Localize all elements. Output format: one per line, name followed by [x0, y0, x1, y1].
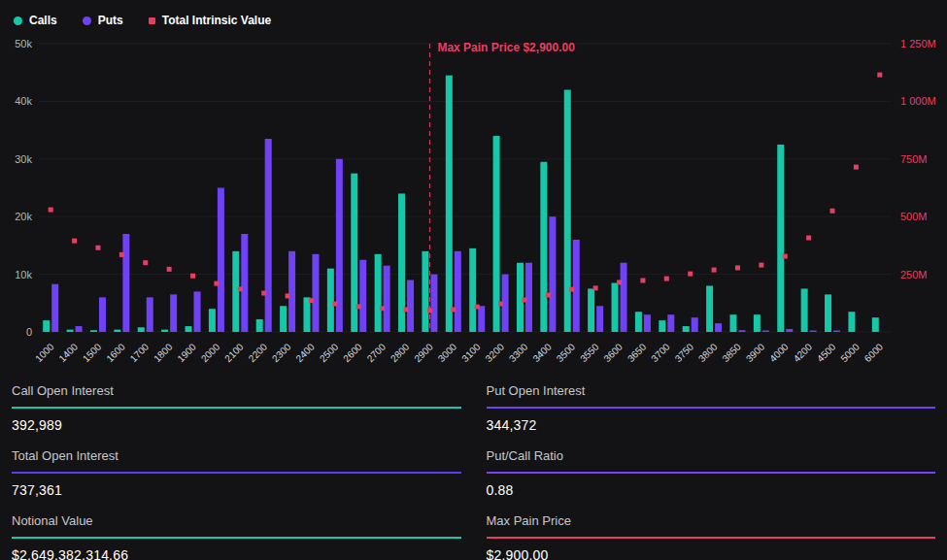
put-bar [833, 331, 840, 333]
x-axis-label: 1700 [128, 341, 152, 364]
call-bar [43, 320, 50, 332]
stats-panel: Call Open Interest392,989Put Open Intere… [0, 374, 947, 560]
x-axis-label: 1600 [104, 341, 127, 364]
intrinsic-point [214, 281, 219, 286]
intrinsic-point [427, 308, 432, 313]
put-bar [810, 331, 817, 333]
put-bar [194, 291, 201, 332]
put-bar [170, 294, 177, 332]
put-bar [738, 330, 745, 332]
call-bar [540, 162, 547, 332]
x-axis-label: 2000 [199, 341, 222, 364]
x-axis-label: 3500 [555, 341, 578, 364]
intrinsic-point [356, 304, 361, 309]
x-axis-label: 2200 [247, 341, 270, 364]
stat-label: Put/Call Ratio [487, 448, 936, 474]
x-axis-labels: 1000140015001600170018001900200021002200… [33, 341, 885, 364]
x-axis-label: 1400 [56, 341, 80, 364]
intrinsic-point [877, 73, 882, 78]
intrinsic-point [593, 285, 598, 290]
max-pain-label: Max Pain Price $2,900.00 [437, 41, 575, 54]
intrinsic-point [451, 307, 456, 312]
left-axis-tick: 0 [26, 326, 32, 338]
legend-item-puts[interactable]: Puts [83, 14, 123, 27]
gridlines: 010k20k30k40k50k [15, 38, 892, 338]
x-axis-label: 1800 [152, 341, 175, 364]
x-axis-label: 3650 [626, 341, 649, 364]
x-axis-label: 4500 [815, 341, 838, 364]
right-axis-tick: 750M [900, 153, 928, 165]
x-axis-label: 6000 [862, 341, 886, 364]
stat-label: Notional Value [12, 513, 461, 539]
legend-item-total-intrinsic-value[interactable]: Total Intrinsic Value [149, 14, 271, 27]
right-axis-tick: 250M [900, 269, 928, 280]
call-bar [612, 283, 619, 332]
x-axis-label: 2300 [270, 341, 293, 364]
legend-label: Total Intrinsic Value [162, 14, 271, 27]
x-axis-label: 3900 [744, 341, 767, 364]
stat-label: Call Open Interest [12, 383, 461, 409]
put-bar [455, 251, 461, 332]
call-bar [825, 294, 831, 332]
intrinsic-point [735, 265, 740, 270]
intrinsic-point [806, 236, 811, 241]
intrinsic-point [617, 280, 622, 284]
x-axis-label: 3550 [578, 341, 601, 364]
call-bar [872, 317, 879, 332]
call-bar [706, 285, 713, 332]
legend-item-calls[interactable]: Calls [14, 14, 57, 27]
stat-value: $2,900.00 [487, 539, 936, 560]
put-bar [99, 297, 106, 332]
x-axis-label: 3800 [696, 341, 720, 364]
intrinsic-point [190, 274, 195, 279]
x-axis-label: 3000 [436, 341, 459, 364]
call-bar [327, 269, 334, 332]
intrinsic-point [119, 252, 124, 257]
put-bar [715, 323, 722, 332]
put-bar [621, 263, 627, 332]
call-bar [280, 306, 287, 332]
put-bar [692, 317, 698, 332]
intrinsic-point [380, 306, 385, 311]
call-bar [138, 327, 145, 332]
call-bar [446, 76, 453, 332]
put-bar [762, 331, 769, 333]
x-axis-label: 3300 [507, 341, 530, 364]
put-bar [407, 280, 414, 332]
call-bar [848, 312, 855, 332]
intrinsic-point [830, 209, 835, 214]
call-bar [114, 330, 120, 332]
stat-put-open-interest: Put Open Interest344,372 [487, 383, 936, 433]
call-bar [422, 251, 428, 332]
call-bar [635, 312, 642, 332]
intrinsic-point [664, 277, 669, 281]
intrinsic-point [546, 292, 551, 297]
x-axis-label: 3600 [601, 341, 625, 364]
calls-marker-icon [14, 16, 22, 25]
max-pain-dashboard: CallsPutsTotal Intrinsic Value 010k20k30… [0, 0, 947, 560]
put-bar [76, 326, 83, 332]
intrinsic-point [309, 298, 314, 303]
intrinsic-point [404, 307, 409, 312]
put-bar [288, 251, 295, 332]
put-bar [147, 297, 153, 332]
chart-legend: CallsPutsTotal Intrinsic Value [0, 0, 947, 32]
intrinsic-point [640, 279, 645, 283]
intrinsic-point [759, 263, 763, 268]
intrinsic-point [261, 291, 266, 296]
intrinsic-point [167, 267, 172, 272]
stat-notional-value: Notional Value$2,649,382,314.66 [12, 513, 461, 560]
intrinsic-point [95, 246, 100, 250]
intrinsic-point [72, 239, 77, 244]
stat-call-open-interest: Call Open Interest392,989 [12, 383, 461, 433]
put-bar [312, 254, 319, 332]
x-axis-label: 4000 [767, 341, 791, 364]
call-bar [186, 326, 192, 332]
right-axis: 250M500M750M1 000M1 250M [900, 38, 936, 280]
put-bar [122, 234, 129, 332]
intrinsic-point [49, 208, 53, 213]
intrinsic-point [688, 272, 693, 277]
x-axis-label: 2600 [341, 341, 364, 364]
x-axis-label: 3700 [649, 341, 672, 364]
stat-label: Total Open Interest [12, 448, 461, 474]
